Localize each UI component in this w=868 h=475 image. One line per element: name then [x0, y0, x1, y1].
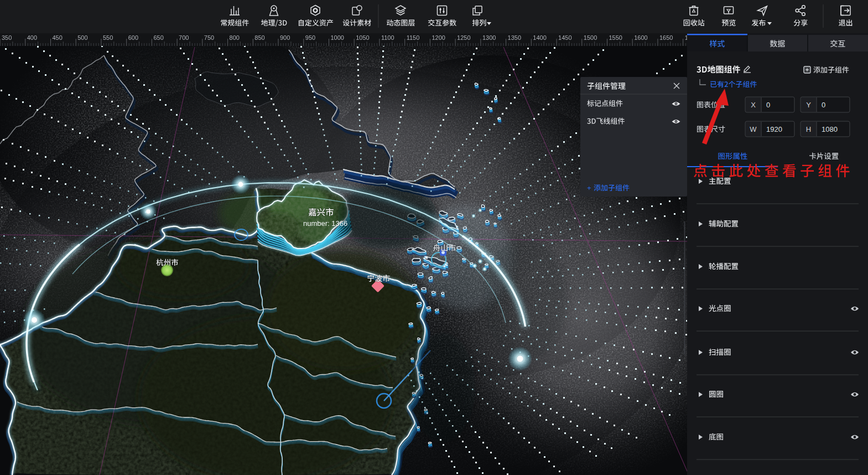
svg-text:1050: 1050 — [356, 34, 369, 41]
svg-text:Y: Y — [806, 101, 811, 109]
svg-text:X: X — [751, 101, 756, 109]
svg-text:1350: 1350 — [508, 34, 521, 41]
svg-text:number: 1366: number: 1366 — [303, 219, 347, 228]
svg-text:850: 850 — [254, 34, 264, 41]
svg-text:1920: 1920 — [766, 125, 782, 133]
svg-text:1200: 1200 — [432, 34, 445, 41]
svg-text:0: 0 — [822, 101, 825, 109]
svg-text:1000: 1000 — [331, 34, 344, 41]
svg-text:1150: 1150 — [407, 34, 420, 41]
svg-text:1450: 1450 — [558, 34, 571, 41]
svg-text:0: 0 — [766, 101, 770, 109]
svg-text:800: 800 — [230, 34, 240, 41]
svg-text:1550: 1550 — [609, 34, 622, 41]
svg-text:400: 400 — [27, 34, 37, 41]
svg-text:1300: 1300 — [482, 34, 496, 41]
svg-text:1400: 1400 — [533, 34, 546, 41]
svg-text:550: 550 — [103, 34, 113, 41]
svg-text:1250: 1250 — [457, 34, 470, 41]
svg-text:1600: 1600 — [634, 34, 647, 41]
svg-text:500: 500 — [77, 34, 87, 41]
svg-text:1500: 1500 — [584, 34, 597, 41]
svg-text:950: 950 — [305, 34, 315, 41]
svg-text:700: 700 — [179, 34, 189, 41]
svg-text:+: + — [587, 184, 591, 192]
svg-text:H: H — [806, 125, 811, 133]
svg-text:1650: 1650 — [659, 34, 673, 41]
svg-text:350: 350 — [2, 34, 12, 41]
svg-text:900: 900 — [280, 34, 290, 41]
svg-text:W: W — [750, 125, 757, 133]
svg-text:1100: 1100 — [381, 34, 394, 41]
svg-text:750: 750 — [204, 34, 214, 41]
svg-text:650: 650 — [153, 34, 163, 41]
svg-text:450: 450 — [53, 34, 63, 41]
svg-text:600: 600 — [128, 34, 138, 41]
svg-text:1080: 1080 — [822, 125, 838, 133]
